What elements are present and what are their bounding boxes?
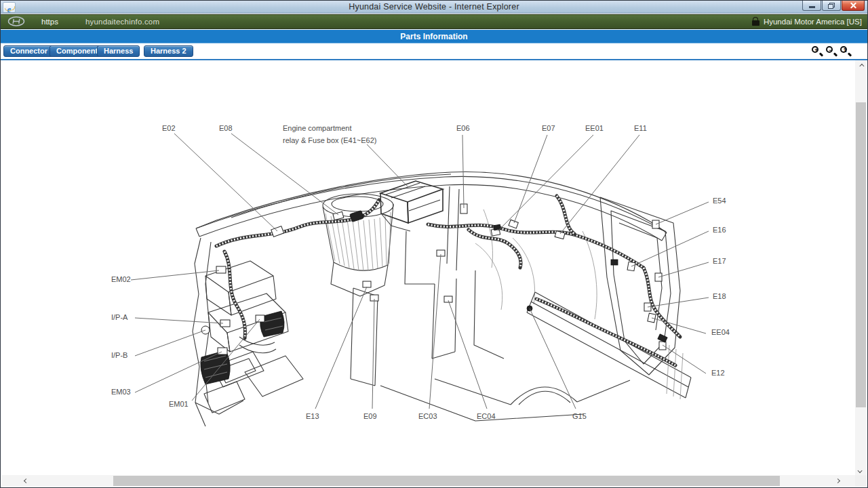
lock-icon [752,20,760,26]
diagram-label-ec03: EC03 [418,412,437,420]
zoom-tools: + − 1 [811,45,851,57]
address-bar[interactable]: https hyundaitechinfo.com Hyundai Motor … [1,14,867,29]
diagram-label-g15: G15 [572,412,587,420]
diagram-label-e09: E09 [363,412,377,420]
tab-harness[interactable]: Harness [97,45,140,57]
chevron-down-icon [858,468,863,473]
diagram-label-em01: EM01 [169,400,189,408]
diagram-label-e12: E12 [711,369,725,377]
diagram-label-ip-a: I/P-A [111,313,127,321]
window-title: Hyundai Service Website - Internet Explo… [1,2,867,12]
diagram-label-e54: E54 [713,197,726,205]
horizontal-scroll-thumb[interactable] [113,476,780,486]
restore-icon [828,3,835,9]
security-identity[interactable]: Hyundai Motor America [US] [752,18,867,26]
url-text[interactable]: hyundaitechinfo.com [85,18,159,26]
close-icon [850,2,857,9]
minimize-button[interactable] [802,1,821,11]
tab-harness-2[interactable]: Harness 2 [144,45,193,57]
diagram-label-e18: E18 [713,292,726,300]
diagram-label-e07: E07 [542,124,555,132]
diagram-label-e13: E13 [306,412,319,420]
scrollbar-corner [855,475,867,487]
scroll-right-button[interactable] [832,475,844,487]
title-bar: e Hyundai Service Website - Internet Exp… [1,1,867,14]
diagram-label-ip-b: I/P-B [111,351,127,359]
diagram-label-ee01: EE01 [585,124,604,132]
scroll-up-button[interactable] [855,60,867,72]
diagram-label-em02: EM02 [111,275,131,283]
zoom-actual-size-icon[interactable]: 1 [840,45,851,57]
diagram-label-ee04: EE04 [711,328,730,336]
browser-window: e Hyundai Service Website - Internet Exp… [0,0,868,488]
page-title: Parts Information [1,30,867,43]
diagram-label-em03: EM03 [111,388,131,396]
protocol-label: https [41,18,58,26]
toolbar: Connector Component Harness Harness 2 + … [1,43,867,59]
chevron-right-icon [835,479,840,483]
hyundai-logo-icon [7,16,25,28]
horizontal-scrollbar[interactable] [1,475,856,487]
chevron-left-icon [24,479,28,483]
close-button[interactable] [842,1,865,11]
zoom-out-icon[interactable]: − [825,45,837,57]
vertical-scroll-thumb[interactable] [856,102,866,407]
diagram-label-e11: E11 [634,124,647,132]
tab-connector[interactable]: Connector [3,45,54,57]
vertical-scrollbar[interactable] [855,60,867,476]
scroll-left-button[interactable] [20,475,32,487]
zoom-in-icon[interactable]: + [811,45,823,57]
minimize-icon [809,6,815,8]
chevron-up-icon [859,64,864,68]
diagram-label-e17: E17 [713,257,726,265]
diagram-label-fusebox-2: relay & Fuse box (E41~E62) [283,136,377,144]
diagram-label-e16: E16 [713,226,726,234]
restore-button[interactable] [822,1,841,11]
diagram-label-e06: E06 [456,124,470,132]
diagram-label-fusebox-1: Engine compartment [283,124,352,132]
diagram-label-e08: E08 [219,124,233,132]
diagram-canvas: E02 E08 Engine compartment relay & Fuse … [1,60,856,476]
tab-component[interactable]: Component [50,45,104,57]
diagram-label-e02: E02 [162,124,176,132]
diagram-label-ec04: EC04 [477,412,496,420]
identity-label: Hyundai Motor America [US] [764,18,862,26]
